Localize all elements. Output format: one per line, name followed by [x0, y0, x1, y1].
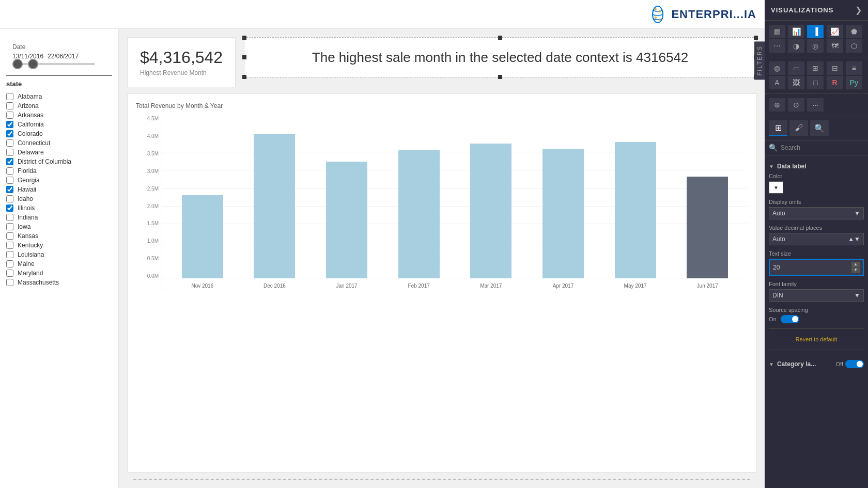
data-label-section-header[interactable]: ▼ Data label: [769, 160, 864, 173]
color-swatch[interactable]: ▼: [769, 181, 783, 194]
slider-thumb-left[interactable]: [12, 59, 23, 69]
state-checkbox-hawaii[interactable]: [6, 186, 13, 193]
font-family-dropdown[interactable]: DIN ▼: [769, 289, 864, 302]
state-checkbox-illinois[interactable]: [6, 204, 13, 212]
handle-tl[interactable]: [242, 36, 246, 40]
slicer-icon[interactable]: ≡: [846, 61, 862, 75]
tab-analytics[interactable]: 🔍: [810, 120, 829, 136]
state-item-iowa[interactable]: Iowa: [6, 222, 112, 231]
date-slider[interactable]: [12, 63, 106, 65]
state-item-colorado[interactable]: Colorado: [6, 129, 112, 138]
state-checkbox-massachusetts[interactable]: [6, 279, 13, 286]
text-icon[interactable]: A: [769, 76, 785, 89]
revert-button[interactable]: Revert to default: [769, 333, 864, 345]
state-checkbox-idaho[interactable]: [6, 195, 13, 202]
bar-chart-icon[interactable]: 📊: [788, 25, 804, 38]
bar-may-2017[interactable]: [615, 142, 656, 278]
state-checkbox-kentucky[interactable]: [6, 242, 13, 249]
handle-ml[interactable]: [242, 55, 246, 59]
state-item-connecticut[interactable]: Connecticut: [6, 138, 112, 148]
tab-format[interactable]: 🖌: [789, 120, 808, 136]
area-chart-icon[interactable]: ⬟: [846, 25, 862, 38]
donut-chart-icon[interactable]: ◎: [807, 39, 824, 53]
tab-fields[interactable]: ⊞: [769, 120, 787, 136]
state-item-district-of-columbia[interactable]: District of Columbia: [6, 157, 112, 166]
card-icon[interactable]: ▭: [788, 61, 804, 75]
decimal-places-dropdown[interactable]: Auto ▲▼: [769, 233, 864, 245]
pie-chart-icon[interactable]: ◑: [788, 39, 804, 53]
handle-tc[interactable]: [498, 36, 502, 40]
state-checkbox-connecticut[interactable]: [6, 139, 13, 147]
state-item-maine[interactable]: Maine: [6, 259, 112, 269]
bar-jan-2017[interactable]: [326, 162, 367, 278]
source-spacing-toggle[interactable]: [781, 315, 799, 323]
state-checkbox-california[interactable]: [6, 121, 13, 128]
map-icon[interactable]: 🗺: [827, 39, 843, 53]
category-toggle[interactable]: [845, 360, 864, 368]
display-units-dropdown[interactable]: Auto ▼: [769, 207, 864, 219]
shape-icon[interactable]: □: [807, 76, 824, 89]
handle-tr[interactable]: [754, 36, 758, 40]
handle-bc[interactable]: [498, 75, 502, 79]
state-item-california[interactable]: California: [6, 120, 112, 129]
category-label-header[interactable]: ▼ Category la...: [769, 357, 816, 371]
bar-apr-2017[interactable]: [542, 149, 584, 278]
bar-nov-2016[interactable]: [182, 195, 223, 278]
state-checkbox-arizona[interactable]: [6, 102, 13, 109]
state-checkbox-district-of-columbia[interactable]: [6, 158, 13, 165]
r-icon[interactable]: R: [827, 76, 843, 89]
state-item-kansas[interactable]: Kansas: [6, 231, 112, 241]
python-icon[interactable]: Py: [846, 76, 862, 89]
scatter-icon[interactable]: ⋯: [769, 39, 785, 53]
state-checkbox-georgia[interactable]: [6, 177, 13, 184]
text-size-down[interactable]: ▼: [851, 267, 860, 273]
line-chart-icon[interactable]: 📈: [827, 25, 843, 38]
funnel-icon[interactable]: ⬡: [846, 39, 862, 53]
state-checkbox-louisiana[interactable]: [6, 251, 13, 258]
bar-feb-2017[interactable]: [398, 150, 440, 278]
state-item-hawaii[interactable]: Hawaii: [6, 185, 112, 194]
state-checkbox-arkansas[interactable]: [6, 112, 13, 119]
filters-label[interactable]: FILTERS: [754, 41, 765, 80]
state-item-maryland[interactable]: Maryland: [6, 269, 112, 278]
image-icon[interactable]: 🖼: [788, 76, 804, 89]
custom-icon-2[interactable]: ⊙: [788, 98, 804, 112]
state-item-louisiana[interactable]: Louisiana: [6, 250, 112, 259]
state-checkbox-colorado[interactable]: [6, 130, 13, 137]
state-item-arkansas[interactable]: Arkansas: [6, 111, 112, 120]
bar-dec-2016[interactable]: [254, 134, 295, 278]
table-icon[interactable]: ⊞: [807, 61, 824, 75]
bar-jun-2017[interactable]: [687, 177, 728, 278]
column-chart-icon[interactable]: ▐: [807, 25, 824, 38]
gauge-icon[interactable]: ◍: [769, 61, 785, 75]
state-label-maryland: Maryland: [18, 270, 43, 277]
state-item-kentucky[interactable]: Kentucky: [6, 241, 112, 250]
state-item-idaho[interactable]: Idaho: [6, 194, 112, 203]
state-checkbox-delaware[interactable]: [6, 149, 13, 156]
viz-collapse-button[interactable]: ❯: [855, 5, 862, 15]
state-checkbox-maryland[interactable]: [6, 270, 13, 277]
state-item-delaware[interactable]: Delaware: [6, 148, 112, 157]
search-input[interactable]: [781, 144, 864, 151]
state-checkbox-kansas[interactable]: [6, 232, 13, 240]
slider-thumb-right[interactable]: [28, 59, 38, 69]
state-item-massachusetts[interactable]: Massachusetts: [6, 278, 112, 287]
handle-bl[interactable]: [242, 75, 246, 79]
state-checkbox-alabama[interactable]: [6, 93, 13, 100]
state-item-alabama[interactable]: Alabama: [6, 92, 112, 101]
text-size-up[interactable]: ▲: [851, 262, 860, 267]
state-checkbox-florida[interactable]: [6, 167, 13, 175]
custom-icon-1[interactable]: ⊕: [769, 98, 785, 112]
state-item-georgia[interactable]: Georgia: [6, 176, 112, 185]
matrix-icon[interactable]: ⊟: [827, 61, 843, 75]
state-checkbox-iowa[interactable]: [6, 223, 13, 230]
state-item-illinois[interactable]: Illinois: [6, 203, 112, 213]
state-item-arizona[interactable]: Arizona: [6, 101, 112, 111]
state-checkbox-maine[interactable]: [6, 260, 13, 267]
state-item-florida[interactable]: Florida: [6, 166, 112, 176]
state-item-indiana[interactable]: Indiana: [6, 213, 112, 222]
more-icon[interactable]: ···: [807, 98, 824, 112]
state-checkbox-indiana[interactable]: [6, 214, 13, 221]
stacked-bar-icon[interactable]: ▦: [769, 25, 785, 38]
bar-mar-2017[interactable]: [470, 144, 512, 278]
